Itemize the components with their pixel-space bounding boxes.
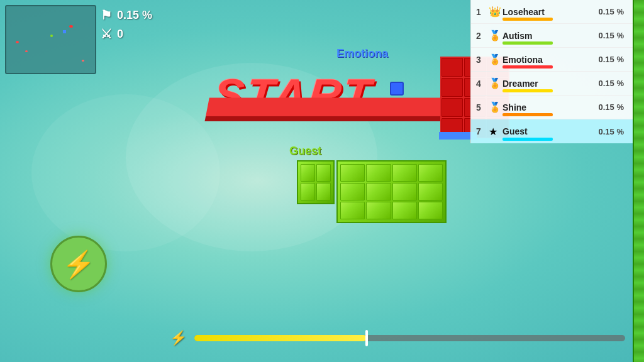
- green-large-block: [336, 160, 447, 223]
- player-bar: [502, 41, 553, 45]
- minimap-dot: [16, 41, 19, 43]
- rank-number: 4: [476, 79, 489, 89]
- player-pct: 0.15 %: [599, 79, 624, 88]
- leaderboard: 1 👑 Loseheart 0.15 % 2 🏅 Autism 0.15 % 3…: [470, 0, 633, 143]
- green-tile: [418, 164, 443, 182]
- player-bar: [502, 113, 553, 116]
- leaderboard-row-1: 1 👑 Loseheart 0.15 %: [471, 0, 633, 24]
- stat-row-kills: ⚔ 0: [101, 26, 152, 41]
- rank-icon: 🏅: [489, 101, 502, 113]
- player-name: Shine: [502, 102, 599, 112]
- minimap: [5, 5, 96, 74]
- green-tile: [301, 164, 315, 182]
- player-bar: [502, 138, 553, 141]
- lightning-icon: ⚡: [62, 249, 95, 280]
- rank-number: 7: [476, 126, 489, 136]
- player-pct: 0.15 %: [599, 31, 624, 40]
- rank-icon: 🏅: [489, 77, 502, 89]
- rank-number: 5: [476, 102, 489, 112]
- player-pct: 0.15 %: [599, 55, 624, 64]
- minimap-dot: [50, 35, 53, 37]
- player-pct: 0.15 %: [599, 127, 624, 136]
- leaderboard-row-5: 5 🏅 Shine 0.15 %: [471, 96, 633, 119]
- player-name: Loseheart: [502, 7, 599, 17]
- minimap-content: [6, 6, 95, 73]
- green-tile: [340, 164, 365, 182]
- minimap-player-dot: [63, 30, 66, 33]
- player-pct: 0.15 %: [599, 102, 624, 112]
- green-tile: [301, 183, 315, 200]
- minimap-dot: [82, 60, 84, 62]
- minimap-dot: [69, 25, 73, 28]
- progress-indicator: [365, 330, 368, 346]
- green-tile: [366, 183, 391, 200]
- emotiona-label: Emotiona: [336, 47, 388, 60]
- player-bar: [502, 65, 553, 69]
- swords-icon: ⚔: [101, 26, 112, 41]
- rank-number: 2: [476, 31, 489, 41]
- stat-percentage: 0.15 %: [117, 9, 152, 22]
- green-tile: [340, 202, 365, 219]
- leaderboard-row-2: 2 🏅 Autism 0.15 %: [471, 24, 633, 48]
- green-tile: [418, 183, 443, 200]
- green-tile: [366, 164, 391, 182]
- guest-label: Guest: [289, 145, 321, 158]
- player-name: Autism: [502, 31, 599, 41]
- game-canvas: ⚑ 0.15 % ⚔ 0 START Emotiona Guest: [0, 0, 644, 362]
- progress-bar: [194, 335, 625, 341]
- player-bar: [502, 18, 553, 21]
- lightning-bar-icon: ⚡: [170, 330, 187, 346]
- green-tile: [316, 183, 331, 200]
- player-name: Guest: [502, 126, 599, 136]
- player-character: [390, 82, 404, 96]
- player-name: Dreamer: [502, 79, 599, 89]
- bg-decoration-2: [31, 94, 220, 251]
- green-tile: [392, 202, 417, 219]
- lightning-powerup[interactable]: ⚡: [50, 236, 107, 292]
- flag-icon: ⚑: [101, 8, 112, 23]
- rank-icon: 🏅: [489, 30, 502, 41]
- brick: [441, 98, 463, 117]
- stat-row-percentage: ⚑ 0.15 %: [101, 8, 152, 23]
- leaderboard-row-3: 3 🏅 Emotiona 0.15 %: [471, 48, 633, 72]
- green-tile: [418, 202, 443, 219]
- green-tile: [392, 164, 417, 182]
- leaderboard-row-7: 7 ★ Guest 0.15 %: [471, 119, 633, 143]
- brick: [441, 78, 463, 97]
- player-name: Emotiona: [502, 55, 599, 65]
- stat-kills: 0: [117, 28, 123, 41]
- progress-bar-fill: [194, 335, 367, 341]
- rank-icon: 🏅: [489, 53, 502, 65]
- top-stats: ⚑ 0.15 % ⚔ 0: [101, 8, 152, 41]
- player-bar: [502, 89, 553, 92]
- minimap-dot: [25, 50, 28, 52]
- rank-icon: ★: [489, 126, 502, 138]
- green-small-block: [297, 160, 335, 204]
- rank-number: 3: [476, 55, 489, 65]
- rank-number: 1: [476, 7, 489, 17]
- green-tile: [340, 183, 365, 200]
- leaderboard-row-4: 4 🏅 Dreamer 0.15 %: [471, 72, 633, 96]
- player-pct: 0.15 %: [599, 7, 624, 16]
- bottom-bar: ⚡: [170, 330, 625, 346]
- green-tile: [316, 164, 331, 182]
- brick: [441, 58, 463, 77]
- green-tile: [366, 202, 391, 219]
- rank-icon: 👑: [489, 6, 502, 18]
- green-tile: [392, 183, 417, 200]
- green-right-wall: [633, 0, 644, 362]
